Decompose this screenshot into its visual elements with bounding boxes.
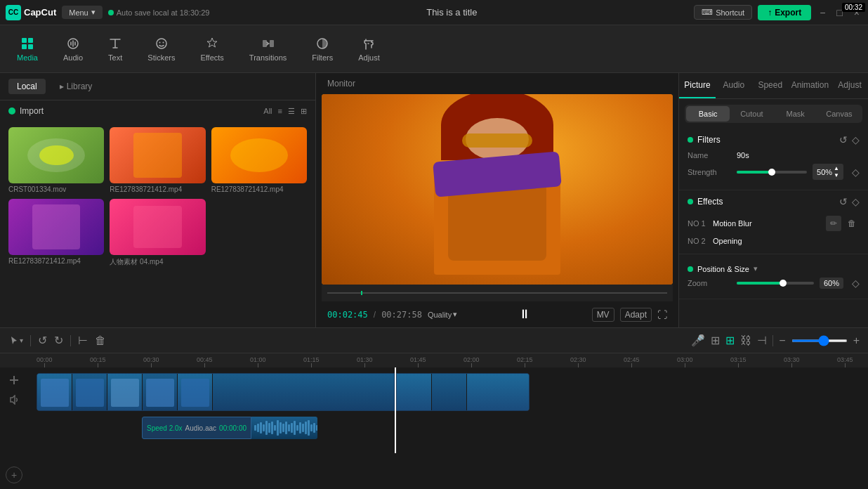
position-size-header: Position & Size ▾ [688, 260, 860, 278]
cursor-tool-button[interactable]: ▾ [8, 335, 23, 346]
audio-track-icon-button[interactable] [7, 393, 21, 407]
media-item[interactable]: 00:32 RE127838721412.mp4 [8, 199, 104, 267]
menu-button[interactable]: Menu ▾ [62, 6, 103, 19]
link-snap-button[interactable]: ⊞ [711, 334, 720, 347]
app-name: CapCut [24, 7, 56, 18]
toolbar-item-effects[interactable]: Effects [195, 34, 229, 65]
toolbar-item-media[interactable]: Media [11, 34, 44, 65]
subtab-mask[interactable]: Mask [774, 106, 817, 122]
zoom-slider[interactable]: 60% ◇ [737, 278, 860, 289]
toolbar-divider-2 [70, 335, 71, 346]
zoom-remove-button[interactable]: ◇ [852, 278, 860, 289]
shortcut-button[interactable]: ⌨ Shortcut [694, 5, 752, 20]
toolbar-item-stickers[interactable]: Stickers [142, 34, 180, 65]
list-view-icon[interactable]: ☰ [288, 107, 295, 116]
effect-edit-button-1[interactable]: ✏ [826, 216, 841, 231]
effect-delete-button-1[interactable]: 🗑 [844, 216, 860, 231]
titlebar-left: CC CapCut Menu ▾ Auto save local at 18:3… [6, 5, 209, 20]
grid-view-icon[interactable]: ⊞ [301, 107, 307, 116]
ruler-inner: 00:0000:1500:3000:4501:0001:1501:3001:45… [6, 353, 862, 367]
titlebar-right: ⌨ Shortcut ↑ Export − □ × [694, 4, 862, 21]
timeline-left-tools: ▾ ↺ ↻ ⊢ 🗑 [8, 334, 106, 347]
filter-icon[interactable]: ≡ [278, 107, 282, 115]
toolbar-item-audio[interactable]: Audio [58, 34, 88, 65]
video-track-row [37, 373, 862, 411]
filters-strength-remove-button[interactable]: ◇ [852, 167, 860, 178]
tab-local[interactable]: Local [8, 79, 46, 94]
mv-button[interactable]: MV [592, 308, 614, 322]
add-video-track-button[interactable] [7, 373, 21, 387]
undo-button[interactable]: ↺ [38, 334, 47, 347]
effects-reset-button[interactable]: ↺ [839, 196, 848, 207]
mic-button[interactable]: 🎤 [691, 334, 705, 347]
zoom-slider-input[interactable] [791, 339, 848, 342]
playhead [395, 367, 396, 453]
tab-animation[interactable]: Animation [789, 73, 831, 98]
autosave-status: Auto save local at 18:30:29 [108, 8, 210, 17]
tab-picture[interactable]: Picture [679, 73, 716, 98]
media-item[interactable]: 00:32 RE127838721412.mp4 [110, 127, 205, 193]
delete-button[interactable]: 🗑 [95, 334, 106, 347]
effects-remove-button[interactable]: ◇ [852, 196, 860, 207]
zoom-out-button[interactable]: − [779, 334, 785, 347]
chevron-down-icon: ▾ [91, 8, 96, 17]
redo-button[interactable]: ↻ [54, 334, 63, 347]
split-button[interactable]: ⊢ [78, 334, 88, 347]
svg-rect-2 [22, 44, 27, 49]
fullscreen-button[interactable]: ⛶ [657, 309, 667, 320]
quality-chevron-icon: ▾ [453, 310, 457, 319]
add-track-button[interactable]: + [6, 467, 22, 483]
effect-row-2: NO 2 Opening [688, 234, 860, 248]
toolbar-item-filters[interactable]: Filters [306, 34, 338, 65]
slider-value: 50% ▲▼ [813, 164, 843, 180]
monitor-canvas [322, 94, 673, 285]
spinner-up[interactable]: ▲▼ [834, 165, 839, 178]
tab-speed[interactable]: Speed [752, 73, 789, 98]
subtab-canvas[interactable]: Canvas [817, 106, 861, 122]
svg-rect-3 [28, 44, 33, 49]
minimize-button[interactable]: − [817, 4, 828, 21]
tab-audio[interactable]: Audio [716, 73, 752, 98]
subtab-basic[interactable]: Basic [686, 106, 730, 122]
adapt-button[interactable]: Adapt [620, 308, 652, 322]
tab-library[interactable]: ▸ Library [51, 79, 101, 94]
filter-name-label: Name [688, 151, 737, 159]
filters-reset-button[interactable]: ↺ [839, 134, 848, 145]
toolbar-item-transitions[interactable]: Transitions [244, 34, 292, 65]
toolbar-item-adjust[interactable]: Adjust [353, 34, 386, 65]
export-button[interactable]: ↑ Export [758, 5, 811, 20]
media-controls: All ≡ ☰ ⊞ [263, 107, 307, 116]
tab-adjust[interactable]: Adjust [831, 73, 868, 98]
svg-rect-9 [270, 40, 274, 47]
import-button[interactable]: Import [8, 106, 44, 116]
media-item[interactable]: 00:32 人物素材 04.mp4 [110, 199, 205, 267]
link-button-active[interactable]: ⊞ [725, 334, 735, 347]
chevron-right-icon: ▸ [60, 82, 64, 91]
toolbar-item-text[interactable]: Text [103, 34, 128, 65]
magnet-button[interactable]: ⊣ [757, 334, 767, 347]
titlebar: CC CapCut Menu ▾ Auto save local at 18:3… [0, 0, 868, 25]
monitor-right-controls: MV Adapt ⛶ [592, 308, 667, 322]
filter-strength-label: Strength [688, 168, 737, 176]
video-track[interactable] [37, 373, 862, 411]
svg-rect-8 [263, 40, 267, 47]
position-size-label: Position & Size ▾ [688, 264, 758, 273]
chain-button[interactable]: ⛓ [740, 334, 751, 347]
timeline-right-tools: 🎤 ⊞ ⊞ ⛓ ⊣ − + [691, 334, 860, 347]
filter-strength-slider[interactable]: 50% ▲▼ ◇ [737, 164, 860, 180]
right-panel-tabs: Picture Audio Speed Animation Adjust [679, 73, 868, 99]
timeline-area: ▾ ↺ ↻ ⊢ 🗑 🎤 ⊞ ⊞ ⛓ ⊣ − + 00:0000:1500:300… [0, 327, 868, 489]
media-item[interactable]: 00:32 CRST001334.mov [8, 127, 104, 193]
effects-section: Effects ↺ ◇ NO 1 Motion Blur ✏ 🗑 NO 2 Op [679, 190, 868, 254]
monitor-area: Monitor [316, 73, 678, 327]
pause-button[interactable]: ⏸ [518, 307, 531, 322]
effects-title: Effects [688, 197, 723, 207]
filters-remove-button[interactable]: ◇ [852, 134, 860, 145]
subtab-cutout[interactable]: Cutout [730, 106, 773, 122]
effect-num-1: NO 1 [688, 219, 707, 228]
filters-active-dot [688, 137, 693, 143]
timeline-content[interactable]: Speed 2.0x Audio.aac 00:00:00 [0, 367, 868, 489]
media-item[interactable]: 00:32 RE127838721412.mp4 [211, 127, 307, 193]
quality-button[interactable]: Quality ▾ [428, 310, 457, 319]
zoom-in-button[interactable]: + [853, 334, 860, 347]
